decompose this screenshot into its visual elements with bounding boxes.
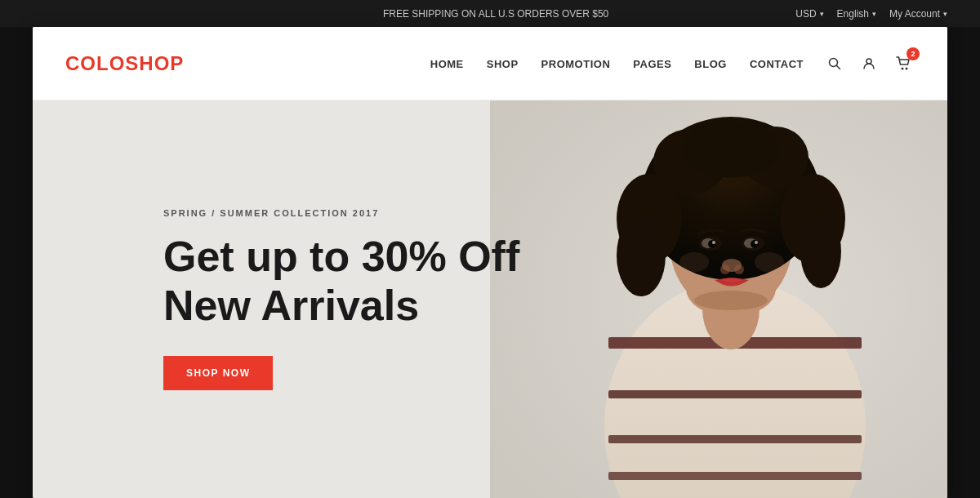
svg-point-34: [679, 252, 709, 272]
cart-count-badge: 2: [906, 47, 920, 60]
hero-model-image: [490, 100, 947, 498]
hero-title-line1: Get up to 30% Off: [163, 233, 519, 280]
svg-point-26: [708, 240, 716, 248]
language-chevron: ▾: [872, 10, 876, 18]
svg-point-4: [906, 67, 908, 69]
nav-link-promotion[interactable]: PROMOTION: [541, 58, 611, 70]
nav-item-home[interactable]: HOME: [430, 56, 464, 71]
hero-title: Get up to 30% Off New Arrivals: [163, 233, 519, 331]
currency-dropdown[interactable]: USD ▾: [795, 8, 823, 20]
svg-point-31: [720, 265, 730, 274]
nav-item-shop[interactable]: SHOP: [487, 56, 519, 71]
nav-icons: 2: [823, 52, 915, 75]
svg-point-35: [755, 252, 784, 272]
cart-icon[interactable]: 2: [892, 52, 915, 75]
hero-section: SPRING / SUMMER COLLECTION 2017 Get up t…: [33, 100, 947, 498]
svg-point-29: [755, 241, 758, 244]
browser-frame: COLOSHOP HOME SHOP PROMOTION PAGES BLOG …: [33, 27, 947, 498]
currency-chevron: ▾: [820, 10, 824, 18]
shop-now-button[interactable]: SHOP NOW: [163, 356, 273, 390]
announcement-text: FREE SHIPPING ON ALL U.S ORDERS OVER $50: [383, 8, 608, 20]
language-dropdown[interactable]: English ▾: [837, 8, 876, 20]
logo-part1: COLO: [65, 52, 125, 74]
currency-label: USD: [795, 8, 816, 20]
account-dropdown[interactable]: My Account ▾: [889, 8, 947, 20]
hero-subtitle: SPRING / SUMMER COLLECTION 2017: [163, 208, 519, 218]
svg-point-33: [722, 278, 742, 282]
svg-point-32: [734, 265, 744, 274]
nav-links: HOME SHOP PROMOTION PAGES BLOG CONTACT: [430, 56, 804, 71]
search-icon[interactable]: [823, 52, 846, 75]
main-nav: COLOSHOP HOME SHOP PROMOTION PAGES BLOG …: [33, 27, 947, 100]
svg-rect-8: [608, 390, 862, 398]
svg-rect-9: [608, 435, 862, 443]
svg-point-3: [902, 67, 904, 69]
language-label: English: [837, 8, 869, 20]
user-icon[interactable]: [858, 52, 880, 75]
svg-point-27: [751, 240, 759, 248]
svg-point-2: [866, 59, 871, 64]
svg-point-21: [800, 215, 841, 288]
hero-title-line2: New Arrivals: [163, 282, 419, 329]
svg-point-36: [694, 291, 768, 310]
nav-item-contact[interactable]: CONTACT: [750, 56, 804, 71]
svg-point-28: [712, 241, 715, 244]
nav-link-home[interactable]: HOME: [430, 58, 464, 70]
svg-line-1: [837, 65, 840, 69]
account-label: My Account: [889, 8, 940, 20]
nav-item-promotion[interactable]: PROMOTION: [541, 56, 611, 71]
announcement-bar: FREE SHIPPING ON ALL U.S ORDERS OVER $50…: [0, 0, 980, 27]
nav-link-pages[interactable]: PAGES: [633, 58, 671, 70]
svg-rect-10: [608, 472, 862, 480]
hero-content: SPRING / SUMMER COLLECTION 2017 Get up t…: [33, 208, 519, 391]
svg-point-19: [682, 121, 780, 178]
svg-point-20: [617, 215, 666, 296]
account-chevron: ▾: [943, 10, 947, 18]
logo-part2: SHOP: [125, 52, 184, 74]
nav-item-pages[interactable]: PAGES: [633, 56, 671, 71]
nav-item-blog[interactable]: BLOG: [694, 56, 727, 71]
nav-link-shop[interactable]: SHOP: [487, 58, 519, 70]
site-logo[interactable]: COLOSHOP: [65, 52, 184, 75]
nav-link-blog[interactable]: BLOG: [694, 58, 727, 70]
nav-link-contact[interactable]: CONTACT: [750, 58, 804, 70]
